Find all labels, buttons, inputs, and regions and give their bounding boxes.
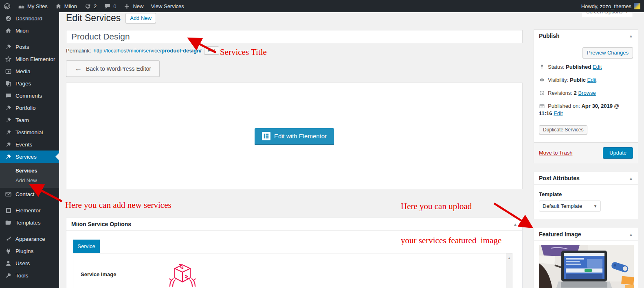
sidebar-item-comments[interactable]: Comments — [0, 89, 59, 102]
annotation-featured-line1: Here you can upload — [401, 201, 501, 212]
visibility-edit-link[interactable]: Edit — [587, 77, 596, 83]
pin-icon — [5, 105, 12, 111]
my-sites-menu[interactable]: My Sites — [14, 0, 51, 12]
sidebar-item-dashboard[interactable]: Dashboard — [0, 12, 59, 24]
update-button[interactable]: Update — [603, 147, 633, 158]
avatar — [634, 3, 640, 9]
post-title-input[interactable] — [66, 30, 523, 43]
sidebar-item-testimonial[interactable]: Testimonial — [0, 126, 59, 138]
envelope-icon — [5, 191, 12, 198]
sidebar-item-plugins[interactable]: Plugins — [0, 245, 59, 257]
post-attributes-header[interactable]: Post Attributes ▲ — [534, 172, 638, 185]
plugin-icon — [5, 248, 12, 255]
view-services-link[interactable]: View Services — [147, 0, 187, 12]
menu-separator — [0, 200, 59, 204]
howdy-label: Howdy, zozo_themes — [581, 3, 631, 9]
published-on-row: Published on: Apr 30, 2019 @ 11:16 Edit — [539, 103, 633, 118]
revisions-browse-link[interactable]: Browse — [578, 90, 596, 96]
home-icon — [55, 3, 62, 10]
template-label: Template — [539, 191, 633, 197]
template-select[interactable]: Default Template ▼ — [539, 201, 601, 212]
sidebar-item-templates[interactable]: Templates — [0, 216, 59, 229]
sidebar-item-posts[interactable]: Posts — [0, 41, 59, 53]
sidebar-item-portfolio[interactable]: Portfolio — [0, 102, 59, 114]
annotation-featured-line2: your services featured image — [401, 235, 501, 246]
sidebar-label: Miion Elementor — [15, 56, 55, 62]
admin-bar: My Sites Miion 2 0 New View Services How… — [0, 0, 644, 12]
comments-menu[interactable]: 0 — [100, 0, 120, 12]
add-new-button[interactable]: Add New — [125, 13, 156, 23]
page-title: Edit Services — [66, 13, 121, 24]
status-pin-icon — [539, 64, 545, 70]
star-icon — [5, 56, 12, 63]
featured-image-panel: Featured Image ▲ — [534, 228, 638, 288]
collapse-icon[interactable]: ▲ — [629, 34, 633, 38]
annotation-featured-image: Here you can upload your services featur… — [401, 178, 501, 257]
elementor-logo-icon — [262, 132, 270, 140]
elementor-button-label: Edit with Elementor — [274, 133, 327, 140]
status-edit-link[interactable]: Edit — [593, 64, 602, 70]
home-icon — [5, 27, 12, 34]
visibility-label: Visibility: — [548, 77, 568, 83]
permalink-edit-button[interactable]: Edit — [204, 46, 219, 55]
sidebar-item-elementor[interactable]: Elementor — [0, 204, 59, 216]
collapse-icon[interactable]: ▲ — [629, 232, 633, 237]
panel-scrollbar[interactable]: ▲ — [506, 253, 512, 288]
my-sites-icon — [18, 3, 25, 10]
back-button-label: Back to WordPress Editor — [86, 65, 151, 72]
eye-icon — [539, 77, 545, 83]
permalink-label: Permalink: — [66, 48, 91, 54]
featured-image-header[interactable]: Featured Image ▲ — [534, 228, 638, 241]
edit-with-elementor-button[interactable]: Edit with Elementor — [255, 128, 334, 144]
sidebar-item-team[interactable]: Team — [0, 114, 59, 126]
publish-header[interactable]: Publish ▲ — [534, 30, 638, 42]
sidebar-label: Miion — [15, 28, 29, 34]
featured-image-thumbnail[interactable] — [539, 245, 634, 288]
pin-icon — [5, 44, 12, 50]
preview-changes-button[interactable]: Preview Changes — [582, 47, 633, 58]
sidebar-item-appearance[interactable]: Appearance — [0, 233, 59, 245]
wordpress-logo[interactable] — [0, 0, 14, 12]
publish-footer: Move to Trash Update — [534, 142, 638, 163]
user-icon — [5, 260, 12, 267]
admin-sidebar: Dashboard Miion Posts Miion Elementor Me… — [0, 12, 59, 288]
permalink-link[interactable]: http://localhost/miion/service/product-d… — [93, 48, 201, 54]
move-to-trash-link[interactable]: Move to Trash — [539, 150, 572, 156]
duplicate-services-button[interactable]: Duplicate Services — [539, 125, 587, 134]
status-row: Status: Published Edit — [539, 63, 633, 71]
published-label: Published on: — [548, 103, 580, 109]
pages-icon — [5, 80, 12, 87]
back-to-wordpress-editor-button[interactable]: ← Back to WordPress Editor — [66, 60, 160, 77]
collapse-icon[interactable]: ▲ — [513, 222, 517, 227]
sidebar-label: Events — [15, 142, 32, 148]
sidebar-item-services[interactable]: Services — [0, 151, 59, 163]
submenu-item-add-new[interactable]: Add New — [0, 176, 59, 185]
collapse-icon[interactable]: ▲ — [629, 176, 633, 181]
services-submenu: Services Add New — [0, 163, 59, 188]
tab-service[interactable]: Service — [73, 240, 100, 253]
permalink-base: http://localhost/miion/service/ — [93, 48, 161, 54]
sidebar-item-contact[interactable]: Contact — [0, 188, 59, 200]
sidebar-item-media[interactable]: Media — [0, 65, 59, 77]
publish-title: Publish — [539, 33, 560, 39]
sidebar-item-events[interactable]: Events — [0, 138, 59, 151]
sidebar-item-users[interactable]: Users — [0, 257, 59, 269]
revisions-label: Revisions: — [548, 90, 572, 96]
sidebar-item-pages[interactable]: Pages — [0, 77, 59, 89]
back-arrow-icon: ← — [75, 64, 82, 73]
post-attributes-body: Template Default Template ▼ — [534, 185, 638, 219]
site-menu[interactable]: Miion — [51, 0, 81, 12]
sidebar-item-tools[interactable]: Tools — [0, 269, 59, 281]
revisions-row: Revisions: 2 Browse — [539, 89, 633, 97]
media-icon — [5, 68, 12, 75]
account-menu[interactable]: Howdy, zozo_themes — [578, 0, 644, 12]
scroll-up-icon[interactable]: ▲ — [508, 256, 511, 260]
wrench-icon — [5, 272, 12, 279]
published-edit-link[interactable]: Edit — [554, 110, 563, 116]
updates-menu[interactable]: 2 — [81, 0, 100, 12]
sidebar-item-miion-elementor[interactable]: Miion Elementor — [0, 53, 59, 65]
new-content-menu[interactable]: New — [120, 0, 147, 12]
sidebar-item-miion[interactable]: Miion — [0, 24, 59, 37]
submenu-item-services[interactable]: Services — [0, 166, 59, 176]
revisions-value: 2 — [574, 90, 577, 96]
